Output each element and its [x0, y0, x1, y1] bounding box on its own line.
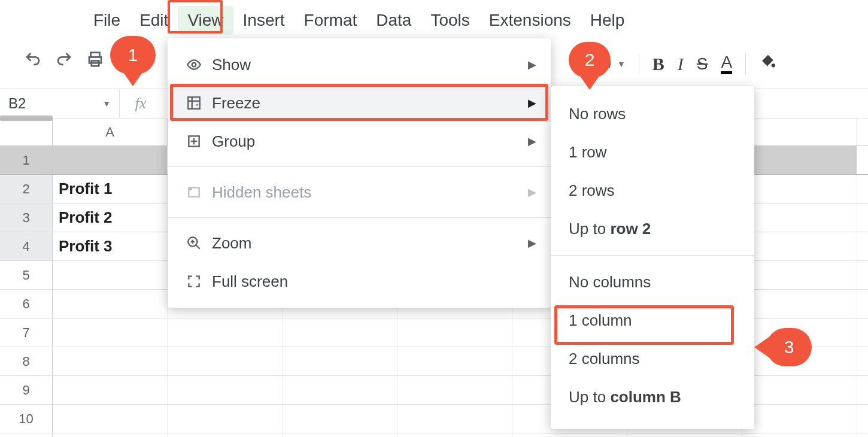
cell[interactable] — [53, 318, 168, 347]
menu-item-full-screen[interactable]: Full screen — [168, 262, 551, 301]
cell[interactable] — [742, 204, 857, 232]
cell[interactable] — [53, 347, 168, 375]
cell-a3[interactable]: Profit 2 — [53, 204, 168, 232]
redo-icon[interactable] — [55, 50, 73, 68]
submenu-no-columns[interactable]: No columns — [551, 263, 754, 301]
name-box-value: B2 — [8, 95, 26, 112]
annotation-badge-3: 3 — [766, 328, 812, 366]
cell[interactable] — [53, 376, 168, 404]
cell[interactable] — [168, 433, 283, 437]
bold-button[interactable]: B — [652, 54, 664, 74]
submenu-label: Up to row 2 — [569, 220, 651, 238]
fill-color-icon[interactable] — [759, 53, 777, 75]
submenu-1-row[interactable]: 1 row — [551, 133, 754, 171]
cell[interactable] — [742, 376, 857, 404]
menu-view[interactable]: View — [178, 6, 233, 35]
cell[interactable] — [742, 261, 857, 289]
fx-label: fx — [120, 95, 162, 113]
group-icon — [182, 133, 206, 149]
cell[interactable] — [397, 405, 512, 433]
row-header-6[interactable]: 6 — [0, 290, 53, 318]
cell[interactable] — [742, 290, 857, 318]
row-header-11[interactable]: 11 — [0, 433, 53, 437]
menu-item-freeze[interactable]: * Freeze ▶ — [168, 84, 551, 122]
chevron-right-icon: ▶ — [528, 135, 536, 148]
cell[interactable] — [742, 175, 857, 203]
menu-item-label: Group — [212, 132, 255, 151]
column-header-g[interactable] — [742, 119, 857, 145]
chevron-right-icon: ▶ — [528, 96, 536, 110]
cell-a4[interactable]: Profit 3 — [53, 232, 168, 260]
menu-edit[interactable]: Edit — [130, 6, 178, 35]
row-header-5[interactable]: 5 — [0, 261, 53, 289]
cell[interactable] — [283, 318, 397, 347]
cell-a2[interactable]: Profit 1 — [53, 175, 168, 203]
row-header-1[interactable]: 1 — [0, 146, 53, 174]
menu-item-zoom[interactable]: Zoom ▶ — [168, 224, 551, 262]
name-box[interactable]: B2 ▼ — [0, 89, 120, 118]
menu-item-group[interactable]: Group ▶ — [168, 122, 551, 160]
chevron-down-icon: ▼ — [617, 59, 626, 69]
cell[interactable] — [742, 433, 857, 437]
row-header-7[interactable]: 7 — [0, 318, 53, 347]
row-header-8[interactable]: 8 — [0, 347, 53, 375]
submenu-2-rows[interactable]: 2 rows — [551, 171, 754, 210]
menu-item-show[interactable]: Show ▶ — [168, 45, 551, 84]
cell-a1[interactable] — [53, 146, 168, 174]
menu-file[interactable]: File — [84, 6, 130, 35]
cell[interactable] — [397, 318, 512, 347]
cell[interactable] — [627, 433, 742, 437]
menu-data[interactable]: Data — [366, 6, 421, 35]
chevron-right-icon: ▶ — [528, 58, 536, 71]
submenu-2-columns[interactable]: 2 columns — [551, 339, 754, 378]
row-header-4[interactable]: 4 — [0, 232, 53, 260]
column-header-a[interactable]: A — [53, 119, 168, 145]
cell[interactable] — [168, 318, 283, 347]
cell[interactable] — [168, 405, 283, 433]
cell[interactable] — [397, 376, 512, 404]
cell[interactable] — [283, 405, 397, 433]
undo-icon[interactable] — [24, 50, 42, 68]
menu-tools[interactable]: Tools — [421, 6, 479, 35]
submenu-up-to-column[interactable]: Up to column B — [551, 378, 754, 416]
cell[interactable] — [742, 146, 857, 174]
row-header-2[interactable]: 2 — [0, 175, 53, 203]
cell[interactable] — [53, 433, 168, 437]
eye-icon — [182, 57, 206, 72]
italic-button[interactable]: I — [678, 54, 684, 74]
chevron-right-icon: ▶ — [528, 186, 536, 199]
submenu-label: 2 rows — [569, 181, 615, 200]
menu-bar: File Edit View Insert Format Data Tools … — [84, 6, 634, 35]
cell[interactable] — [168, 347, 283, 375]
select-all-corner[interactable] — [0, 119, 53, 145]
cell[interactable] — [168, 376, 283, 404]
row-header-9[interactable]: 9 — [0, 376, 53, 404]
cell[interactable] — [53, 405, 168, 433]
cell[interactable] — [283, 433, 397, 437]
menu-item-hidden-sheets: Hidden sheets ▶ — [168, 173, 551, 211]
menu-help[interactable]: Help — [581, 6, 635, 35]
cell[interactable] — [397, 347, 512, 375]
cell[interactable] — [53, 290, 168, 318]
menu-extensions[interactable]: Extensions — [479, 6, 581, 35]
row-header-3[interactable]: 3 — [0, 204, 53, 232]
submenu-1-column[interactable]: 1 column — [551, 301, 754, 339]
cell[interactable] — [742, 232, 857, 260]
text-color-button[interactable]: A — [721, 54, 732, 74]
cell[interactable] — [397, 433, 512, 437]
submenu-no-rows[interactable]: No rows — [551, 95, 754, 133]
fullscreen-icon — [182, 274, 206, 289]
cell[interactable] — [283, 347, 397, 375]
cell[interactable] — [742, 405, 857, 433]
submenu-up-to-row[interactable]: Up to row 2 — [551, 210, 754, 248]
row-header-10[interactable]: 10 — [0, 405, 53, 433]
freeze-handle[interactable] — [0, 116, 53, 121]
print-icon[interactable] — [86, 50, 104, 68]
strikethrough-button[interactable]: S — [697, 54, 708, 74]
cell[interactable] — [512, 433, 627, 437]
menu-insert[interactable]: Insert — [233, 6, 295, 35]
cell[interactable] — [53, 261, 168, 289]
menu-format[interactable]: Format — [295, 6, 367, 35]
cell[interactable] — [283, 376, 397, 404]
submenu-label: No rows — [569, 105, 626, 123]
